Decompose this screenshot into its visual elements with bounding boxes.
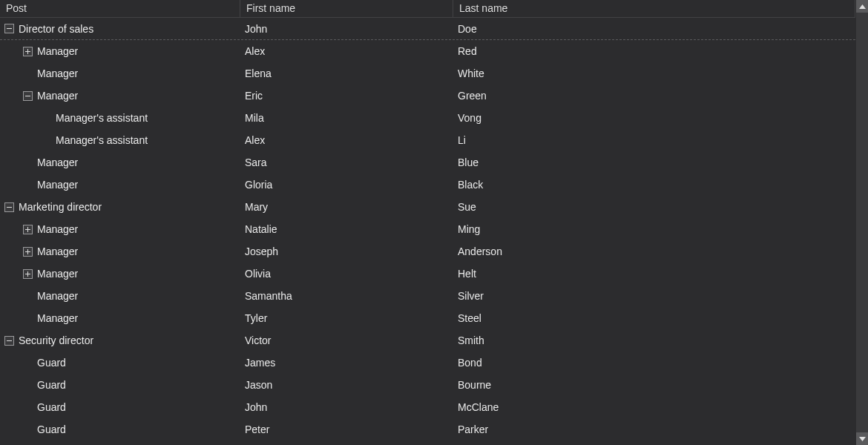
cell-last-name: Li: [453, 131, 855, 149]
cell-last-name: McClane: [453, 398, 855, 416]
collapse-icon[interactable]: [4, 336, 14, 346]
post-label: Manager: [37, 156, 78, 168]
tree-indent: [23, 107, 42, 129]
post-label: Marketing director: [19, 201, 102, 213]
cell-last-name: Parker: [453, 421, 855, 438]
vertical-scrollbar[interactable]: [855, 0, 868, 445]
cell-first-name: Sara: [240, 154, 453, 171]
column-header-post[interactable]: Post: [0, 0, 240, 17]
tree-indent: [4, 418, 23, 441]
tree-indent: [4, 441, 23, 445]
header-row: Post First name Last name: [0, 0, 855, 18]
arrow-down-icon: [859, 437, 866, 441]
collapse-icon[interactable]: [23, 91, 33, 101]
collapse-icon[interactable]: [4, 24, 14, 33]
scroll-down-button[interactable]: [856, 432, 868, 445]
cell-last-name: Helt: [453, 265, 855, 283]
cell-first-name: Alex: [240, 42, 453, 60]
cell-first-name: Mila: [240, 109, 453, 127]
expand-icon[interactable]: [23, 269, 33, 279]
post-label: Manager: [37, 67, 78, 79]
tree-indent: [4, 85, 23, 107]
cell-first-name: John: [240, 20, 453, 38]
cell-first-name: John: [240, 398, 453, 416]
tree-body: Director of salesJohnDoeManagerAlexRedMa…: [0, 18, 855, 445]
cell-last-name: Blue: [453, 154, 855, 171]
post-label: Manager: [37, 45, 78, 57]
post-label: Guard: [37, 357, 66, 369]
cell-last-name: Doe: [453, 20, 855, 38]
svg-marker-13: [859, 437, 866, 441]
post-label: Manager's assistant: [56, 112, 148, 124]
cell-first-name: Alex: [240, 131, 453, 149]
cell-first-name: Tyler: [240, 309, 453, 327]
expand-icon[interactable]: [23, 247, 33, 257]
cell-post: Security director: [0, 332, 240, 349]
cell-post: Director of sales: [0, 20, 240, 38]
expander-spacer: [23, 403, 33, 412]
cell-first-name: Olivia: [240, 265, 453, 283]
cell-first-name: Elena: [240, 65, 453, 82]
tree-row[interactable]: GuardTonyStark: [0, 441, 855, 445]
tree-indent: [4, 174, 23, 196]
expander-spacer: [23, 69, 33, 79]
post-label: Director of sales: [19, 23, 93, 35]
tree-indent: [4, 218, 23, 240]
tree-row[interactable]: ManagerTylerSteel: [0, 307, 855, 329]
cell-post: Marketing director: [0, 198, 240, 216]
cell-first-name: Eric: [240, 87, 453, 105]
tree-indent: [23, 129, 42, 151]
post-label: Security director: [19, 334, 93, 346]
post-label: Manager: [37, 179, 78, 191]
cell-first-name: Victor: [240, 332, 453, 349]
collapse-icon[interactable]: [4, 202, 14, 212]
tree-indent: [4, 285, 23, 307]
post-label: Manager: [37, 245, 78, 257]
post-label: Manager: [37, 268, 78, 280]
expand-icon[interactable]: [23, 225, 33, 234]
expander-spacer: [23, 291, 33, 301]
expander-spacer: [42, 113, 51, 123]
cell-last-name: Smith: [453, 332, 855, 349]
cell-last-name: Bond: [453, 354, 855, 372]
cell-first-name: Mary: [240, 198, 453, 216]
cell-last-name: Anderson: [453, 243, 855, 260]
tree-row[interactable]: ManagerGloriaBlack: [0, 174, 855, 196]
expander-spacer: [23, 380, 33, 390]
tree-indent: [4, 151, 23, 174]
tree-indent: [4, 40, 23, 62]
tree-indent: [4, 107, 23, 129]
expand-icon[interactable]: [23, 47, 33, 56]
scroll-up-button[interactable]: [856, 0, 868, 13]
cell-last-name: Green: [453, 87, 855, 105]
cell-post: Guard: [0, 438, 240, 445]
cell-last-name: Ming: [453, 220, 855, 238]
cell-post: Manager: [0, 171, 240, 199]
tree-grid: Post First name Last name Director of sa…: [0, 0, 855, 445]
cell-first-name: James: [240, 354, 453, 372]
column-header-last[interactable]: Last name: [453, 0, 855, 17]
cell-last-name: Steel: [453, 309, 855, 327]
tree-indent: [4, 129, 23, 151]
cell-last-name: Black: [453, 176, 855, 194]
scroll-track[interactable]: [856, 13, 868, 432]
post-label: Guard: [37, 401, 66, 413]
column-header-first[interactable]: First name: [240, 0, 453, 17]
cell-first-name: Natalie: [240, 220, 453, 238]
cell-first-name: Samantha: [240, 287, 453, 305]
cell-post: Manager: [0, 304, 240, 332]
expander-spacer: [23, 425, 33, 435]
post-label: Guard: [37, 379, 66, 391]
cell-first-name: Gloria: [240, 176, 453, 194]
cell-last-name: Bourne: [453, 376, 855, 394]
post-label: Guard: [37, 423, 66, 435]
cell-first-name: Peter: [240, 421, 453, 438]
tree-indent: [4, 307, 23, 329]
tree-indent: [4, 62, 23, 85]
cell-last-name: Silver: [453, 287, 855, 305]
expander-spacer: [23, 358, 33, 368]
cell-last-name: White: [453, 65, 855, 82]
tree-indent: [4, 263, 23, 285]
cell-first-name: Jason: [240, 376, 453, 394]
post-label: Manager: [37, 312, 78, 324]
